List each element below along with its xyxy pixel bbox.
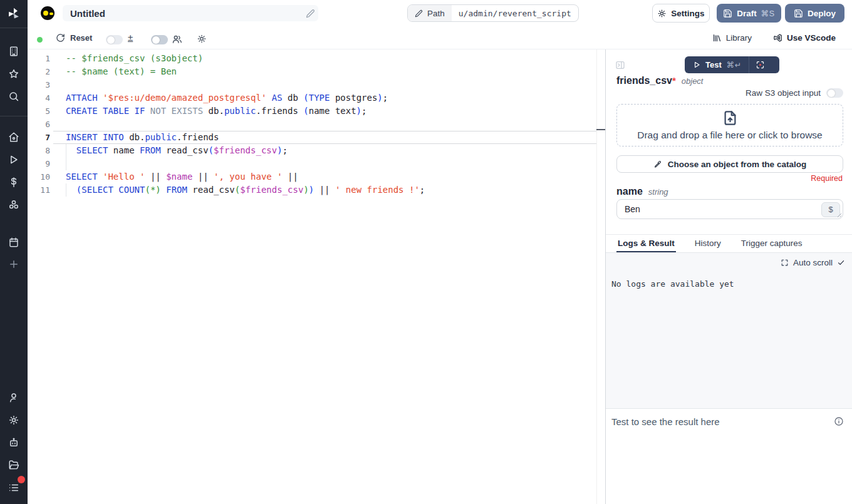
settings-gear-icon[interactable] (7, 413, 21, 427)
name-input[interactable] (617, 200, 818, 219)
script-title-input[interactable]: Untitled (63, 5, 318, 21)
code-line[interactable]: 8 SELECT name FROM read_csv($friends_csv… (28, 144, 605, 157)
code-line[interactable]: 6 (28, 118, 605, 131)
line-number: 6 (28, 118, 50, 131)
status-dot (37, 37, 43, 43)
users-icon[interactable] (172, 34, 182, 44)
code-lines[interactable]: 1-- $friends_csv (s3object)2-- $name (te… (28, 49, 605, 197)
user-icon[interactable] (7, 391, 21, 404)
argument-name: name string (616, 186, 668, 197)
dropzone-label: Drag and drop a file here or click to br… (637, 130, 823, 141)
line-number: 3 (28, 78, 50, 91)
line-number: 9 (28, 157, 50, 170)
raw-s3-label: Raw S3 object input (746, 88, 821, 98)
home-icon[interactable] (7, 130, 21, 144)
test-button[interactable]: Test ⌘↵ (685, 56, 779, 73)
field-name: name (616, 186, 643, 197)
reset-icon (56, 33, 65, 43)
folders-icon[interactable] (7, 458, 21, 472)
file-upload-icon (722, 110, 739, 126)
code-line[interactable]: 9 (28, 157, 605, 170)
line-number: 4 (28, 91, 50, 105)
pencil-icon (415, 9, 423, 18)
library-button[interactable]: Library (712, 33, 752, 43)
save-icon (723, 9, 732, 18)
play-icon (693, 61, 701, 69)
collapse-panel-icon[interactable] (615, 60, 625, 70)
editor-scrollbar[interactable] (596, 49, 597, 504)
reset-button[interactable]: Reset (56, 33, 92, 43)
check-icon (837, 259, 845, 267)
indent-guide (66, 183, 66, 197)
line-number: 2 (28, 65, 50, 78)
code-line[interactable]: 2-- $name (text) = Ben (28, 65, 605, 78)
tab-trigger-captures[interactable]: Trigger captures (740, 235, 804, 252)
autoscroll-label: Auto scroll (793, 258, 833, 267)
windmill-logo-icon[interactable] (7, 7, 21, 21)
gear-icon (657, 9, 667, 18)
code-line[interactable]: 4ATTACH '$res:u/demo/amazed_postgresql' … (28, 91, 605, 105)
raw-s3-row: Raw S3 object input (746, 88, 843, 98)
editor-toolbar: Reset ± Library Use VScode (28, 26, 852, 49)
choose-object-catalog-button[interactable]: Choose an object from the catalog (616, 155, 843, 173)
deploy-button[interactable]: Deploy (785, 4, 844, 23)
autoscroll-control[interactable]: Auto scroll (781, 258, 845, 267)
logs-empty-message: No logs are available yet (611, 279, 734, 289)
tab-logs-result[interactable]: Logs & Result (616, 235, 676, 252)
draft-label: Draft (737, 9, 757, 18)
ai-bot-icon[interactable] (7, 436, 21, 450)
content-area: 1-- $friends_csv (s3object)2-- $name (te… (28, 49, 852, 504)
save-icon (794, 9, 803, 18)
raw-s3-toggle[interactable] (826, 88, 843, 98)
info-icon[interactable] (834, 416, 844, 426)
expand-icon[interactable] (781, 259, 789, 267)
result-tabs: Logs & ResultHistoryTrigger captures (606, 234, 852, 253)
diff-mode-toggle[interactable] (106, 35, 123, 44)
line-number: 1 (28, 52, 50, 65)
favorites-star-icon[interactable] (7, 67, 21, 81)
tab-history[interactable]: History (694, 235, 722, 252)
resize-handle[interactable] (837, 213, 842, 218)
sidebar-divider (0, 116, 28, 116)
capture-icon[interactable] (756, 60, 765, 69)
settings-button[interactable]: Settings (652, 4, 710, 23)
catalog-button-label: Choose an object from the catalog (668, 160, 806, 169)
path-control[interactable]: Path u/admin/reverent_script (407, 4, 579, 22)
code-line[interactable]: 10SELECT 'Hello ' || $name || ', you hav… (28, 170, 605, 183)
argument-friends-csv: friends_csv* object (616, 75, 703, 86)
path-value: u/admin/reverent_script (452, 5, 578, 21)
file-dropzone[interactable]: Drag and drop a file here or click to br… (616, 104, 843, 147)
code-line[interactable]: 1-- $friends_csv (s3object) (28, 52, 605, 65)
code-editor[interactable]: 1-- $friends_csv (s3object)2-- $name (te… (28, 49, 605, 504)
indent-guide (66, 144, 66, 170)
draft-button[interactable]: Draft ⌘S (717, 4, 781, 23)
search-icon[interactable] (7, 90, 21, 103)
audit-logs-list-icon[interactable] (7, 481, 21, 495)
test-shortcut: ⌘↵ (727, 60, 742, 69)
library-label: Library (726, 33, 752, 43)
path-edit-button[interactable]: Path (408, 5, 452, 21)
draft-shortcut: ⌘S (761, 9, 775, 18)
editor-settings-gear-icon[interactable] (197, 34, 207, 44)
notification-dot (18, 476, 25, 483)
required-asterisk: * (672, 75, 676, 86)
code-line[interactable]: 3 (28, 78, 605, 91)
runs-play-icon[interactable] (7, 153, 21, 167)
resources-icon[interactable] (7, 198, 21, 212)
vscode-icon (773, 33, 782, 43)
edit-title-pencil-icon[interactable] (306, 9, 315, 18)
name-input-wrapper: $ (616, 199, 843, 219)
current-line-highlight (53, 131, 596, 144)
collab-mode-toggle[interactable] (151, 35, 168, 44)
deploy-label: Deploy (808, 9, 836, 18)
workspace-icon[interactable] (7, 44, 21, 58)
logs-area: Auto scroll No logs are available yet (606, 253, 852, 408)
variables-dollar-icon[interactable] (7, 175, 21, 189)
vscode-label: Use VScode (787, 33, 836, 43)
schedules-calendar-icon[interactable] (7, 235, 21, 249)
add-plus-icon[interactable] (7, 257, 21, 271)
code-line[interactable]: 11 (SELECT COUNT(*) FROM read_csv($frien… (28, 183, 605, 197)
code-line[interactable]: 5CREATE TABLE IF NOT EXISTS db.public.fr… (28, 105, 605, 118)
use-vscode-button[interactable]: Use VScode (773, 33, 836, 43)
line-number: 8 (28, 144, 50, 157)
